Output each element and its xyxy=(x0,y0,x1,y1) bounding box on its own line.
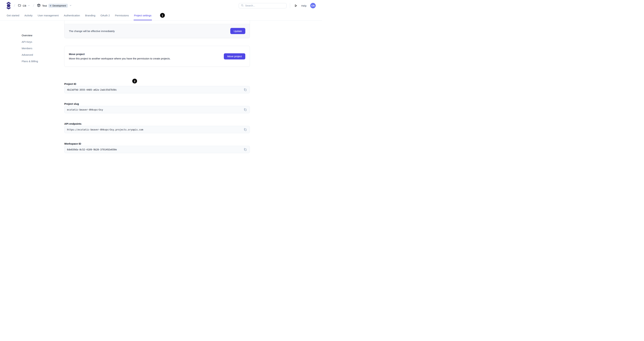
project-slug-value-box: ecstatic-beaver-0hkvpcr3sy xyxy=(64,106,250,113)
tab-branding[interactable]: Branding xyxy=(85,11,96,20)
tab-project-settings[interactable]: Project settings xyxy=(134,11,152,20)
tab-permissions[interactable]: Permissions xyxy=(114,11,129,20)
project-slug-value: ecstatic-beaver-0hkvpcr3sy xyxy=(67,108,103,111)
breadcrumb-separator: / xyxy=(14,4,15,7)
workspace-id-label: Workspace ID xyxy=(64,142,250,145)
settings-main: The change will be effective immediately… xyxy=(64,20,250,162)
project-info-fields: Project ID 4b13df9d-3555-4485-a62a-2adc5… xyxy=(64,82,250,153)
project-breadcrumb[interactable]: Test Development xyxy=(37,3,72,8)
sidebar-item-overview[interactable]: Overview xyxy=(22,33,54,37)
package-icon xyxy=(37,3,40,8)
project-id-field: Project ID 4b13df9d-3555-4485-a62a-2adc5… xyxy=(64,82,250,93)
project-id-label: Project ID xyxy=(64,82,250,85)
copy-icon[interactable] xyxy=(243,108,247,112)
avatar[interactable]: CN xyxy=(310,3,316,8)
ory-logo-icon[interactable] xyxy=(6,2,11,9)
annotation-badge-2: 2 xyxy=(132,79,137,83)
workspace-breadcrumb[interactable]: CB xyxy=(18,4,30,7)
project-slug-field: Project slug ecstatic-beaver-0hkvpcr3sy xyxy=(64,102,250,113)
tab-authentication[interactable]: Authentication xyxy=(64,11,80,20)
update-card-footer: The change will be effective immediately… xyxy=(64,24,250,38)
sidebar-item-members[interactable]: Members xyxy=(22,46,54,50)
workspace-id-field: Workspace ID 6de839da-8c52-4109-9b28-379… xyxy=(64,142,250,153)
api-endpoints-label: API endpoints xyxy=(64,122,250,125)
search-box[interactable] xyxy=(239,3,286,8)
update-card: The change will be effective immediately… xyxy=(64,20,250,38)
project-id-value-box: 4b13df9d-3555-4485-a62a-2adc55d7b50c xyxy=(64,86,250,93)
api-endpoints-field: API endpoints https://ecstatic-beaver-0h… xyxy=(64,122,250,133)
tab-oauth2[interactable]: OAuth 2 xyxy=(100,11,110,20)
copy-icon[interactable] xyxy=(243,147,247,152)
api-endpoints-value-box: https://ecstatic-beaver-0hkvpcr3sy.proje… xyxy=(64,126,250,133)
sidebar-item-advanced[interactable]: Advanced xyxy=(22,53,54,57)
breadcrumb: / CB / xyxy=(6,2,72,9)
environment-label: Development xyxy=(52,4,66,7)
header-actions: Help CN xyxy=(239,3,316,8)
environment-badge: Development xyxy=(48,4,68,8)
sidebar-item-plans-billing[interactable]: Plans & Billing xyxy=(22,59,54,63)
project-settings-page: / CB / xyxy=(0,0,322,170)
project-slug-label: Project slug xyxy=(64,102,250,105)
search-input[interactable] xyxy=(245,4,284,7)
app-header: / CB / xyxy=(0,0,322,20)
play-icon[interactable] xyxy=(294,3,298,8)
sidebar-item-api-keys[interactable]: API Keys xyxy=(22,40,54,44)
breadcrumb-separator: / xyxy=(33,4,34,7)
workspace-id-value: 6de839da-8c52-4109-9b28-3791492e650e xyxy=(67,148,117,151)
move-project-button[interactable]: Move project xyxy=(224,53,245,59)
move-project-text: Move project Move this project to anothe… xyxy=(69,52,170,60)
search-icon xyxy=(241,4,244,7)
annotation-badge-1: 1 xyxy=(160,13,165,18)
settings-sidebar: Overview API Keys Members Advanced Plans… xyxy=(22,33,54,66)
project-name: Test xyxy=(42,4,47,7)
top-bar: / CB / xyxy=(0,0,322,11)
project-tabs: Get started Activity User management Aut… xyxy=(6,11,152,20)
folder-icon xyxy=(18,4,21,7)
update-button[interactable]: Update xyxy=(230,28,245,34)
workspace-name: CB xyxy=(23,4,26,7)
chevron-down-icon xyxy=(70,4,72,7)
tab-activity[interactable]: Activity xyxy=(24,11,33,20)
copy-icon[interactable] xyxy=(243,88,247,92)
update-message: The change will be effective immediately xyxy=(69,30,115,32)
api-endpoints-value: https://ecstatic-beaver-0hkvpcr3sy.proje… xyxy=(67,128,143,131)
tab-user-management[interactable]: User management xyxy=(37,11,59,20)
copy-icon[interactable] xyxy=(243,128,247,132)
move-project-card: Move project Move this project to anothe… xyxy=(64,46,250,67)
move-project-description: Move this project to another workspace w… xyxy=(69,57,170,60)
help-link[interactable]: Help xyxy=(301,4,306,7)
move-project-title: Move project xyxy=(69,52,170,56)
status-dot xyxy=(50,5,51,6)
tab-get-started[interactable]: Get started xyxy=(6,11,20,20)
chevron-down-icon xyxy=(28,4,30,7)
workspace-id-value-box: 6de839da-8c52-4109-9b28-3791492e650e xyxy=(64,146,250,153)
project-id-value: 4b13df9d-3555-4485-a62a-2adc55d7b50c xyxy=(67,88,117,91)
update-card-body xyxy=(64,20,250,24)
